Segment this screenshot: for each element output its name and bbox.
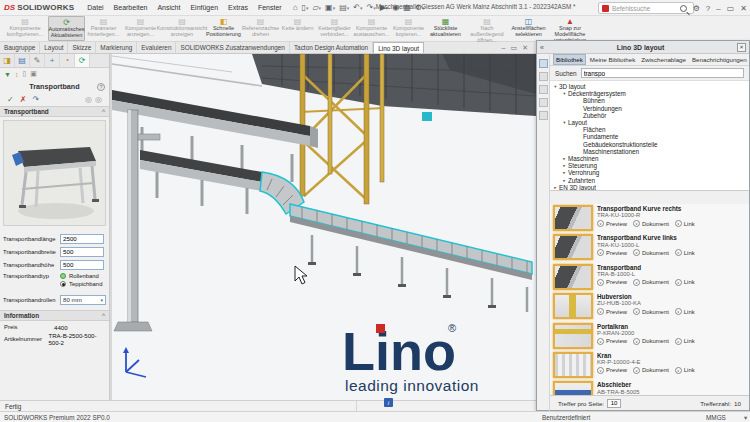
list-item[interactable]: Transportband TRA-B-1000-L ∨Preview ∨Dok… bbox=[550, 263, 749, 292]
taskpane-tab-4-icon[interactable] bbox=[539, 98, 548, 107]
tab-markierung[interactable]: Markierung bbox=[96, 42, 137, 53]
pm-tab-dimxpert-icon[interactable]: + bbox=[45, 54, 60, 67]
toolbar-button-konstruktionsansicht[interactable]: ▤Konstruktionsansicht anzeigen bbox=[159, 16, 205, 41]
dokument-link[interactable]: ∨Dokument bbox=[633, 338, 669, 345]
pm-group-header[interactable]: Transportband ^ bbox=[0, 106, 109, 117]
close-icon[interactable]: ✕ bbox=[740, 4, 747, 13]
laenge-input[interactable] bbox=[60, 234, 104, 244]
tree-node-en-3d-layout[interactable]: ▸EN 3D layout bbox=[550, 184, 749, 191]
tree-node-maschinenstationen[interactable]: Maschinenstationen bbox=[550, 148, 749, 155]
item-thumbnail[interactable] bbox=[553, 234, 593, 260]
taskpane-tab-1-icon[interactable] bbox=[539, 59, 548, 68]
rollen-dropdown[interactable]: 80 mm ▾ bbox=[60, 295, 106, 305]
tab-sw-zusatzanwendungen[interactable]: SOLIDWORKS Zusatzanwendungen bbox=[176, 42, 289, 53]
item-thumbnail[interactable] bbox=[553, 381, 593, 395]
doc-restore-icon[interactable]: ▭ bbox=[511, 44, 518, 52]
link-link[interactable]: ∨Link bbox=[675, 367, 695, 374]
dokument-link[interactable]: ∨Dokument bbox=[633, 249, 669, 256]
dokument-link[interactable]: ∨Dokument bbox=[633, 308, 669, 315]
pm-detail-toggle-2-icon[interactable]: ◎ bbox=[95, 95, 102, 104]
item-thumbnail[interactable] bbox=[553, 205, 593, 231]
breite-input[interactable] bbox=[60, 247, 104, 257]
unit-caret-icon[interactable]: ▾ bbox=[744, 414, 747, 422]
per-page-input[interactable] bbox=[607, 399, 621, 408]
hoehe-input[interactable] bbox=[60, 260, 104, 270]
pm-cancel-icon[interactable]: ✗ bbox=[20, 95, 27, 104]
link-link[interactable]: ∨Link bbox=[675, 338, 695, 345]
pm-info-header[interactable]: Information ^ bbox=[0, 310, 109, 321]
dokument-link[interactable]: ∨Dokument bbox=[633, 279, 669, 286]
radio-rollenband[interactable]: Rollenband bbox=[60, 273, 102, 279]
list-item[interactable]: Transportband Kurve rechts TRA-KU-1000-R… bbox=[550, 204, 749, 233]
toolbar-button-referenzachse[interactable]: ▤Referenzachse drehen bbox=[242, 16, 279, 41]
item-thumbnail[interactable] bbox=[553, 352, 593, 378]
taskpane-tab-3-icon[interactable] bbox=[539, 85, 548, 94]
tree-node-verrohrung[interactable]: ▸Verrohrung bbox=[550, 169, 749, 176]
toolbar-button-auto-aktualisieren[interactable]: ⟳Automatisches Aktualisieren bbox=[48, 16, 85, 41]
toolbar-button-kette-aendern[interactable]: ▤Kette ändern bbox=[279, 16, 316, 41]
link-link[interactable]: ∨Link bbox=[675, 308, 695, 315]
new-file-icon[interactable]: ▯▾ bbox=[299, 3, 310, 12]
pm-tool-apply-icon[interactable]: ▼ bbox=[4, 71, 11, 78]
item-thumbnail[interactable] bbox=[553, 264, 593, 290]
item-thumbnail[interactable] bbox=[553, 323, 593, 349]
toolbar-button-stueckliste[interactable]: ▦Stückliste aktualisieren bbox=[427, 16, 464, 41]
tree-node-steuerung[interactable]: ▸Steuerung bbox=[550, 162, 749, 169]
list-item[interactable]: Kran KR-P-10000-4-E ∨Preview ∨Dokument ∨… bbox=[550, 351, 749, 380]
tree-node-zufahrten[interactable]: ▸Zufahrten bbox=[550, 176, 749, 183]
taskpane-tab-2-icon[interactable] bbox=[539, 72, 548, 81]
status-info-icon[interactable]: i bbox=[384, 398, 393, 407]
doc-close-icon[interactable]: ✕ bbox=[522, 44, 528, 52]
tab-skizze[interactable]: Skizze bbox=[68, 42, 96, 53]
panel-splitter[interactable] bbox=[110, 54, 112, 400]
tab-meine-bibliothek[interactable]: Meine Bibliothek bbox=[588, 55, 637, 64]
toolbar-button-parameter[interactable]: ▤Parameter hinterlegen... bbox=[85, 16, 122, 41]
preview-link[interactable]: ∨Preview bbox=[597, 308, 627, 315]
tree-node-3d-layout[interactable]: ▾3D layout bbox=[550, 83, 749, 90]
menu-extras[interactable]: Extras bbox=[223, 4, 253, 11]
menu-fenster[interactable]: Fenster bbox=[253, 4, 287, 11]
menu-ansicht[interactable]: Ansicht bbox=[152, 4, 185, 11]
preview-link[interactable]: ∨Preview bbox=[597, 249, 627, 256]
panel-close-icon[interactable]: ✕ bbox=[737, 43, 746, 52]
tab-tacton-design-automation[interactable]: Tacton Design Automation bbox=[290, 42, 373, 53]
doc-minimize-icon[interactable]: – bbox=[502, 44, 506, 51]
tree-node-flaechen[interactable]: Flächen bbox=[550, 126, 749, 133]
menu-datei[interactable]: Datei bbox=[82, 4, 108, 11]
toolbar-button-kettenglieder[interactable]: ▤Kettenglieder verbinden... bbox=[316, 16, 353, 41]
pm-tool-sheet-icon[interactable]: ▯ bbox=[22, 70, 26, 78]
open-icon[interactable]: ▱▾ bbox=[310, 3, 323, 12]
pm-tab-lino-configurator-icon[interactable]: ⟳ bbox=[75, 54, 90, 67]
tree-node-gebaeudekonstruktionsteile[interactable]: Gebäudekonstruktionsteile bbox=[550, 141, 749, 148]
link-link[interactable]: ∨Link bbox=[675, 249, 695, 256]
minimize-icon[interactable]: – bbox=[716, 4, 720, 13]
pm-tab-configurations-icon[interactable]: ✎ bbox=[30, 54, 45, 67]
toolbar-button-aussenliegend[interactable]: ▤Nach außenliegend öffnen... bbox=[464, 16, 510, 41]
tree-node-verbindungen[interactable]: Verbindungen bbox=[550, 105, 749, 112]
toolbar-button-austauschen[interactable]: ▤Komponente austauschen... bbox=[353, 16, 390, 41]
viewport-3d-scene[interactable]: Lino ® leading innovation bbox=[112, 54, 536, 400]
pm-back-icon[interactable]: ↷ bbox=[32, 95, 39, 104]
pm-detail-toggle-1-icon[interactable]: ◎ bbox=[85, 95, 92, 104]
undo-icon[interactable]: ↶▾ bbox=[351, 3, 364, 12]
tab-bibliothek[interactable]: Bibliothek bbox=[553, 54, 586, 65]
taskpane-tab-5-icon[interactable] bbox=[539, 111, 548, 120]
toolbar-button-anzeigen[interactable]: ▤Komponente anzeigen... bbox=[122, 16, 159, 41]
tab-evaluieren[interactable]: Evaluieren bbox=[137, 42, 176, 53]
toolbar-button-schnelle-positionierung[interactable]: ◧Schnelle Positionierung bbox=[205, 16, 242, 41]
toolbar-button-kopieren[interactable]: ▤Komponente kopieren... bbox=[390, 16, 427, 41]
tree-node-buehnen[interactable]: Bühnen bbox=[550, 97, 749, 104]
save-icon[interactable]: ▣▾ bbox=[323, 3, 337, 12]
tab-lino-3d-layout[interactable]: Lino 3D layout bbox=[373, 42, 424, 53]
tree-node-fundamente[interactable]: Fundamente bbox=[550, 133, 749, 140]
list-item[interactable]: Portalkran P-KRAN-2000 ∨Preview ∨Dokumen… bbox=[550, 322, 749, 351]
tree-node-layout[interactable]: ▾Layout bbox=[550, 119, 749, 126]
toolbar-button-anstellflaechen[interactable]: ◫Anstellflächen selektieren bbox=[510, 16, 547, 41]
tree-node-deckentraegersystem[interactable]: ▾Deckenträgersystem bbox=[550, 90, 749, 97]
radio-teppichband[interactable]: Teppichband bbox=[60, 281, 102, 287]
pm-tool-measure-icon[interactable]: ↕ bbox=[15, 71, 19, 78]
search-icon[interactable] bbox=[680, 5, 687, 12]
dokument-link[interactable]: ∨Dokument bbox=[633, 220, 669, 227]
toolbar-button-konfigurieren[interactable]: ▤Komponente konfigurieren... bbox=[2, 16, 48, 41]
menu-einfuegen[interactable]: Einfügen bbox=[185, 4, 223, 11]
